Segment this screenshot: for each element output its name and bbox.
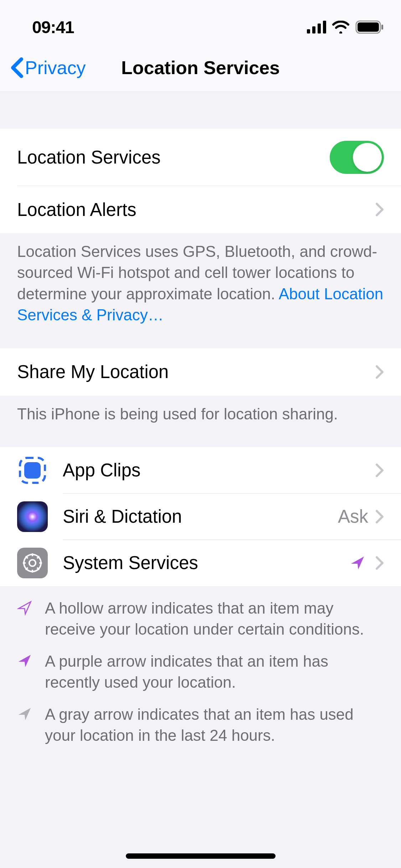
nav-title: Location Services: [121, 57, 280, 78]
wifi-icon: [332, 21, 350, 33]
back-button[interactable]: Privacy: [10, 57, 86, 78]
row-share-my-location[interactable]: Share My Location: [0, 348, 401, 396]
section-apps: App Clips Siri & Dictation Ask: [0, 447, 401, 586]
back-label: Privacy: [25, 57, 86, 78]
chevron-right-icon: [375, 202, 384, 217]
status-icons: [307, 20, 384, 34]
location-arrow-gray-icon: [17, 707, 32, 723]
legend: A hollow arrow indicates that an item ma…: [0, 586, 401, 768]
system-services-label: System Services: [63, 552, 350, 573]
legend-purple-text: A purple arrow indicates that an item ha…: [45, 651, 384, 693]
legend-gray-text: A gray arrow indicates that an item has …: [45, 704, 384, 746]
svg-rect-3: [323, 21, 326, 33]
svg-rect-2: [318, 24, 321, 33]
legend-hollow: A hollow arrow indicates that an item ma…: [17, 598, 384, 640]
location-arrow-hollow-icon: [17, 600, 32, 617]
location-services-toggle[interactable]: [330, 141, 384, 174]
location-arrow-purple-icon: [17, 653, 32, 670]
row-siri-dictation[interactable]: Siri & Dictation Ask: [0, 494, 401, 540]
svg-rect-6: [381, 25, 383, 30]
cellular-icon: [307, 21, 326, 33]
svg-rect-0: [307, 29, 310, 33]
siri-dictation-detail: Ask: [338, 506, 368, 527]
back-chevron-icon: [10, 57, 24, 78]
section1-footer: Location Services uses GPS, Bluetooth, a…: [0, 233, 401, 334]
legend-hollow-text: A hollow arrow indicates that an item ma…: [45, 598, 384, 640]
section2-footer: This iPhone is being used for location s…: [0, 396, 401, 432]
location-arrow-purple-icon: [350, 555, 365, 571]
status-bar: 09:41: [0, 0, 401, 50]
app-clips-label: App Clips: [63, 460, 368, 481]
location-services-label: Location Services: [17, 147, 330, 168]
chevron-right-icon: [375, 365, 384, 379]
app-clips-icon: [17, 455, 48, 486]
battery-icon: [355, 20, 384, 34]
svg-rect-8: [24, 462, 41, 479]
row-location-alerts[interactable]: Location Alerts: [0, 186, 401, 233]
section-location-services: Location Services Location Alerts: [0, 129, 401, 233]
section-share-location: Share My Location: [0, 348, 401, 396]
home-indicator[interactable]: [126, 853, 276, 859]
status-time: 09:41: [32, 17, 74, 37]
siri-dictation-label: Siri & Dictation: [63, 506, 338, 527]
nav-bar: Privacy Location Services: [0, 50, 401, 92]
siri-icon: [17, 501, 48, 532]
chevron-right-icon: [375, 510, 384, 524]
row-system-services[interactable]: System Services: [0, 540, 401, 586]
share-my-location-label: Share My Location: [17, 361, 368, 382]
svg-rect-5: [358, 22, 379, 32]
legend-gray: A gray arrow indicates that an item has …: [17, 704, 384, 746]
location-alerts-label: Location Alerts: [17, 199, 368, 220]
svg-rect-1: [312, 26, 315, 33]
chevron-right-icon: [375, 463, 384, 477]
row-location-services-toggle[interactable]: Location Services: [0, 129, 401, 186]
legend-purple: A purple arrow indicates that an item ha…: [17, 651, 384, 693]
chevron-right-icon: [375, 556, 384, 570]
row-app-clips[interactable]: App Clips: [0, 447, 401, 494]
svg-point-10: [29, 560, 36, 566]
settings-gear-icon: [17, 548, 48, 578]
